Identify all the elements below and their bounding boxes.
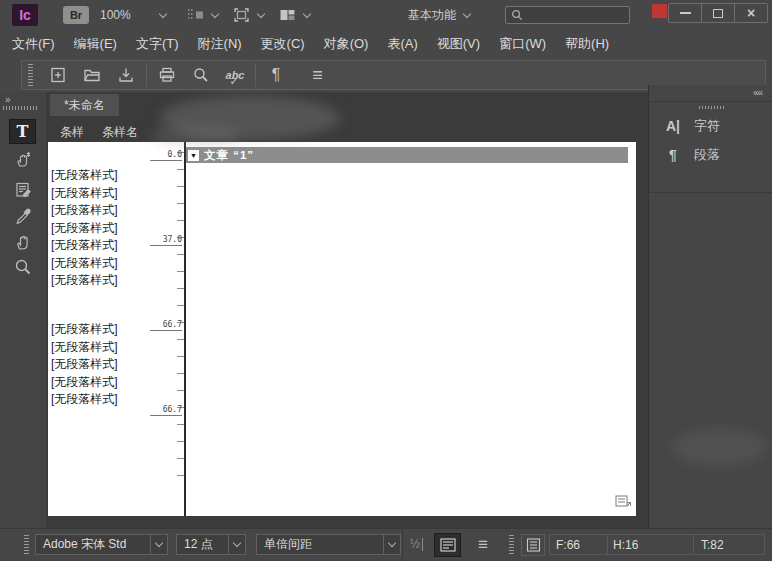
fractions-button[interactable]: ½ [410,537,423,551]
chevron-down-icon [257,9,265,17]
show-hidden-characters-button[interactable]: ¶ [259,62,293,88]
position-tool[interactable] [9,147,36,172]
character-panel-button[interactable]: A| 字符 [649,112,772,139]
minimize-button[interactable] [669,4,702,22]
collapse-story-icon[interactable]: ▼ [188,150,199,161]
paragraph-panel-button[interactable]: ¶ 段落 [649,141,772,168]
style-entry[interactable]: [无段落样式] [48,220,118,238]
chevron-down-icon [383,535,400,554]
panel-tab-styles[interactable]: 条样 [56,124,88,141]
search-box[interactable] [505,6,630,24]
style-entry[interactable]: [无段落样式] [48,237,118,255]
main-region: » T [0,92,772,528]
galley-view-toggle[interactable] [434,533,461,557]
menu-type[interactable]: 文字(T) [136,35,179,53]
style-entry[interactable]: [无段落样式] [48,339,118,357]
chevron-down-icon [150,535,167,554]
statusbar-grip[interactable] [509,535,514,555]
font-size-value: 12 点 [177,536,228,553]
tools-panel-grip[interactable] [3,106,37,110]
open-button[interactable] [75,62,109,88]
style-entry[interactable]: [无段落样式] [48,374,118,392]
style-entry[interactable]: [无段落样式] [48,185,118,203]
font-family-dropdown[interactable]: Adobe 宋体 Std [35,534,168,555]
menu-help[interactable]: 帮助(H) [565,35,609,53]
style-entry[interactable]: [无段落样式] [48,356,118,374]
font-family-value: Adobe 宋体 Std [36,536,150,553]
style-entry[interactable]: [无段落样式] [48,391,118,409]
field-divider [693,535,694,554]
zoom-tool[interactable] [9,254,36,279]
view-options-icon [186,6,205,24]
menu-window[interactable]: 窗口(W) [499,35,546,53]
document-area: *未命名 条样 条样名 [无段落样式] [无段落样式] [无段落样式] [无段落… [46,92,648,528]
style-entry[interactable]: [无段落样式] [48,255,118,273]
style-entry[interactable]: [无段落样式] [48,321,118,339]
collapse-panels-icon[interactable]: «« [753,87,762,98]
position-tool-icon [13,150,33,170]
search-input[interactable] [527,9,617,21]
copyfit-f-value: F:66 [556,538,580,552]
galley-view[interactable]: [无段落样式] [无段落样式] [无段落样式] [无段落样式] [无段落样式] … [48,142,636,516]
note-tool-icon [13,180,33,200]
hand-tool[interactable] [9,229,36,254]
statusbar-grip[interactable] [24,535,29,555]
save-button[interactable] [109,62,143,88]
note-tool[interactable] [9,177,36,202]
expand-panel-icon[interactable]: » [5,94,10,105]
menu-object[interactable]: 对象(O) [324,35,369,53]
line-view-button[interactable]: ≡ [478,535,488,555]
eyedropper-tool-icon [13,207,33,227]
menu-table[interactable]: 表(A) [387,35,417,53]
workspace-switcher[interactable]: 基本功能 [408,6,470,24]
arrange-documents-button[interactable] [278,5,310,25]
menu-file[interactable]: 文件(F) [12,35,55,53]
document-tab[interactable]: *未命名 [50,94,119,116]
search-icon [191,65,211,85]
eyedropper-tool[interactable] [9,204,36,229]
copyfit-info-button[interactable] [521,534,545,556]
toolbar-separator [146,63,147,87]
panel-grip[interactable] [699,106,725,109]
search-icon [511,9,523,21]
right-panel-dock: «« A| 字符 ¶ 段落 [648,85,772,530]
font-size-dropdown[interactable]: 12 点 [176,534,246,555]
close-button[interactable]: × [735,4,767,22]
chevron-down-icon [463,9,471,17]
story-end-icon [615,494,631,512]
maximize-button[interactable] [702,4,735,22]
chevron-down-icon [228,535,245,554]
story-text-area[interactable]: ▼ 文章 “1” [184,142,636,516]
style-entry[interactable]: [无段落样式] [48,167,118,185]
window-controls: × [668,3,768,23]
incopy-window: Ic Br 100% [0,0,772,561]
spell-check-button[interactable]: abc ✓ [218,62,252,88]
bridge-button[interactable]: Br [63,6,89,24]
story-title: 文章 “1” [204,148,254,163]
statusbar-separator [402,529,403,561]
type-tool[interactable]: T [9,119,36,144]
panel-divider [649,192,772,193]
half-icon: ½ [410,537,420,551]
chevron-down-icon [211,9,219,17]
toolbar-grip[interactable] [28,64,33,86]
menu-view[interactable]: 视图(V) [437,35,480,53]
menu-notes[interactable]: 附注(N) [198,35,242,53]
style-entry[interactable]: [无段落样式] [48,202,118,220]
story-header-bar[interactable]: ▼ 文章 “1” [186,147,628,163]
zoom-level-dropdown[interactable]: 100% [100,6,166,24]
print-button[interactable] [150,62,184,88]
toolbar-menu-button[interactable]: ≡ [301,62,335,88]
leading-dropdown[interactable]: 单倍间距 [256,534,401,555]
menu-changes[interactable]: 更改(C) [261,35,305,53]
screen-mode-button[interactable] [232,5,264,25]
panel-tab-strip: 条样 条样名 [56,120,142,144]
status-bar: Adobe 宋体 Std 12 点 单倍间距 ½ ≡ [0,528,772,561]
new-document-button[interactable] [41,62,75,88]
view-options-button[interactable] [186,5,218,25]
close-icon: × [747,8,755,18]
search-button[interactable] [184,62,218,88]
menu-edit[interactable]: 编辑(E) [74,35,117,53]
panel-tab-styles-2[interactable]: 条样名 [98,124,142,141]
style-entry[interactable]: [无段落样式] [48,272,118,290]
